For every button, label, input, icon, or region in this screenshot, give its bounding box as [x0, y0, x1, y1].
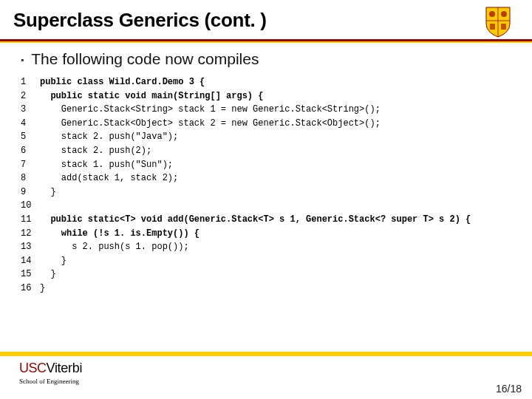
line-number: 14 [21, 254, 40, 268]
footer-logo: USCViterbi School of Engineering 16/18 [0, 356, 532, 399]
viterbi-text: Viterbi [47, 361, 83, 375]
line-number: 16 [21, 282, 40, 296]
code-text: } [40, 254, 66, 268]
code-line: 1public class Wild.Card.Demo 3 { [21, 75, 519, 89]
code-text: add(stack 1, stack 2); [40, 171, 178, 185]
line-number: 5 [21, 130, 40, 144]
body: ▪ The following code now compiles 1publi… [0, 43, 532, 399]
line-number: 1 [21, 75, 40, 89]
code-text: } [40, 267, 56, 282]
code-line: 2 public static void main(String[] args)… [21, 89, 519, 103]
line-number: 9 [21, 185, 40, 200]
svg-rect-2 [490, 24, 495, 30]
line-number: 4 [21, 117, 40, 131]
line-number: 7 [21, 158, 40, 172]
footer: USCViterbi School of Engineering 16/18 [0, 352, 532, 399]
code-text: public static void main(String[] args) { [40, 89, 263, 103]
slide-title: Superclass Generics (cont. ) [13, 9, 519, 32]
code-line: 8 add(stack 1, stack 2); [21, 171, 519, 185]
line-number: 11 [21, 213, 40, 227]
code-line: 12 while (!s 1. is.Empty()) { [21, 227, 519, 241]
line-number: 15 [21, 267, 40, 282]
header: Superclass Generics (cont. ) [0, 0, 532, 35]
code-line: 9 } [21, 185, 519, 200]
page-number: 16/18 [496, 383, 522, 395]
code-text: stack 2. push(2); [40, 144, 151, 158]
code-line: 11 public static<T> void add(Generic.Sta… [21, 213, 519, 227]
code-line: 6 stack 2. push(2); [21, 144, 519, 158]
code-line: 4 Generic.Stack<Object> stack 2 = new Ge… [21, 117, 519, 131]
shield-icon [483, 6, 513, 38]
code-text: } [40, 185, 56, 200]
code-line: 13 s 2. push(s 1. pop()); [21, 240, 519, 254]
code-line: 7 stack 1. push("Sun"); [21, 158, 519, 172]
svg-rect-3 [501, 24, 506, 30]
svg-point-1 [501, 11, 507, 17]
line-number: 2 [21, 89, 40, 103]
code-text: } [40, 282, 45, 296]
code-text: public class Wild.Card.Demo 3 { [40, 75, 205, 89]
line-number: 13 [21, 240, 40, 254]
usc-text: USC [19, 361, 47, 375]
code-line: 16} [21, 282, 519, 296]
code-line: 15 } [21, 267, 519, 282]
code-text: stack 1. push("Sun"); [40, 158, 173, 172]
code-text: stack 2. push("Java"); [40, 130, 178, 144]
bullet-marker: ▪ [21, 55, 24, 64]
bullet-text: The following code now compiles [31, 50, 259, 68]
code-line: 5 stack 2. push("Java"); [21, 130, 519, 144]
code-line: 3 Generic.Stack<String> stack 1 = new Ge… [21, 103, 519, 117]
code-text: Generic.Stack<String> stack 1 = new Gene… [40, 103, 381, 117]
svg-point-0 [489, 11, 495, 17]
usc-wordmark: USCViterbi [19, 361, 532, 376]
line-number: 6 [21, 144, 40, 158]
code-text: public static<T> void add(Generic.Stack<… [40, 213, 471, 227]
code-text: while (!s 1. is.Empty()) { [40, 227, 200, 241]
code-block: 1public class Wild.Card.Demo 3 {2 public… [21, 75, 519, 296]
school-text: School of Engineering [19, 378, 532, 385]
code-line: 14 } [21, 254, 519, 268]
line-number: 3 [21, 103, 40, 117]
line-number: 12 [21, 227, 40, 241]
code-line: 10 [21, 199, 519, 213]
code-text: Generic.Stack<Object> stack 2 = new Gene… [40, 117, 381, 131]
code-text: s 2. push(s 1. pop()); [40, 240, 189, 254]
slide: Superclass Generics (cont. ) ▪ The follo… [0, 0, 532, 399]
bullet-item: ▪ The following code now compiles [21, 50, 519, 68]
line-number: 10 [21, 199, 40, 213]
line-number: 8 [21, 171, 40, 185]
